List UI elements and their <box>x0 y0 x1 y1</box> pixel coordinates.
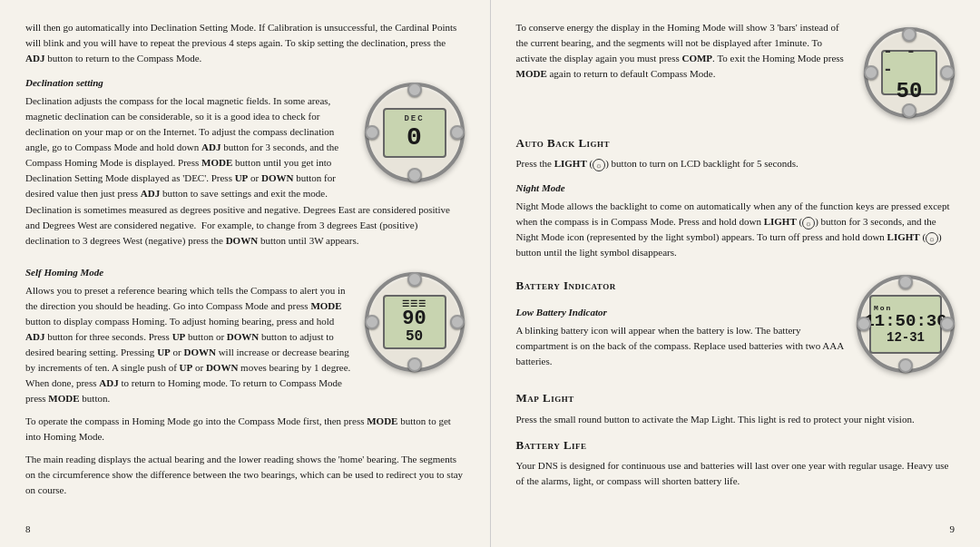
map-light-heading-text: Map Light <box>516 391 574 405</box>
compass-btn-left-c <box>857 317 871 331</box>
conserve-section: To conserve energy the display in the Ho… <box>516 20 956 125</box>
map-light-heading: Map Light <box>516 389 956 407</box>
self-homing-section: ☰☰☰ 90 50 Self Homing Mode Allows you to… <box>25 265 465 414</box>
right-column: To conserve energy the display in the Ho… <box>491 0 981 547</box>
simple-num: 50 <box>897 79 923 103</box>
conserve-text: To conserve energy the display in the Ho… <box>516 20 852 82</box>
compass-screen-dec: DEC 0 <box>383 108 446 158</box>
battery-life-heading: Battery Life <box>516 436 956 454</box>
compass-image-homing: ☰☰☰ 90 50 <box>365 272 465 372</box>
light-icon-inline: ☼ <box>593 159 605 171</box>
battery-indicator-heading-text: Battery Indicator <box>516 278 616 292</box>
clock-time-main: 11:50:30 <box>864 312 946 331</box>
auto-back-light-text: Press the LIGHT (☼) button to turn on LC… <box>516 156 956 171</box>
auto-back-light-heading-text: Auto Back Light <box>516 136 611 150</box>
clock-compass-wrap: Mon 11:50:30 12-31 <box>857 268 955 380</box>
page-number-left: 8 <box>25 523 31 534</box>
compass-btn-right-s <box>940 65 955 80</box>
light-icon-inline2: ☼ <box>802 217 815 230</box>
compass-btn-bottom-h <box>407 357 422 372</box>
compass-btn-bottom-c <box>898 358 913 373</box>
compass-btn-bottom <box>407 168 422 182</box>
simple-compass-wrap: - - - 50 <box>864 20 955 125</box>
main-reading-text: The main reading displays the actual bea… <box>25 452 465 498</box>
compass-image-dec: DEC 0 <box>365 83 465 182</box>
clock-time-sub: 12-31 <box>887 331 925 344</box>
auto-back-light-section: Auto Back Light Press the LIGHT (☼) butt… <box>516 134 956 260</box>
compass-btn-left-h <box>365 315 379 329</box>
homing-compass: ☰☰☰ 90 50 <box>365 265 465 379</box>
compass-btn-top-h <box>407 272 422 287</box>
compass-btn-right <box>450 125 465 140</box>
dec-value: 0 <box>407 123 422 151</box>
compass-image-simple: - - - 50 <box>864 27 955 118</box>
night-mode-text: Night Mode allows the backlight to come … <box>516 199 956 260</box>
compass-image-clock: Mon 11:50:30 12-31 <box>857 275 955 373</box>
compass-btn-right-c <box>940 317 955 331</box>
low-battery-title: Low Battery Indicator <box>516 305 847 320</box>
battery-indicator-heading: Battery Indicator <box>516 277 847 295</box>
compass-btn-top-s <box>902 27 916 42</box>
map-light-text: Press the small round button to activate… <box>516 412 956 427</box>
operate-text: To operate the compass in Homing Mode go… <box>25 414 465 444</box>
intro-paragraph: will then go automatically into Declinat… <box>25 20 465 66</box>
declination-compass: DEC 0 <box>365 75 465 190</box>
battery-life-section: Battery Life Your DNS is designed for co… <box>516 436 956 489</box>
map-light-section: Map Light Press the small round button t… <box>516 389 956 426</box>
compass-btn-top-c <box>898 275 913 289</box>
page-number-right: 9 <box>950 523 956 534</box>
battery-indicator-text: Battery Indicator Low Battery Indicator … <box>516 268 847 380</box>
declination-section: DEC 0 Declination setting Declination ad… <box>25 75 465 256</box>
compass-btn-left <box>365 125 379 140</box>
night-mode-title: Night Mode <box>516 181 956 196</box>
battery-indicator-section: Battery Indicator Low Battery Indicator … <box>516 268 956 380</box>
homing-top-val: 90 <box>402 309 426 329</box>
low-battery-text: A blinking battery icon will appear when… <box>516 323 847 369</box>
conserve-text-block: To conserve energy the display in the Ho… <box>516 20 852 125</box>
page: will then go automatically into Declinat… <box>0 0 980 547</box>
compass-screen-clock: Mon 11:50:30 12-31 <box>869 295 942 354</box>
compass-btn-bottom-s <box>902 103 916 118</box>
battery-life-text: Your DNS is designed for continuous use … <box>516 458 956 489</box>
compass-btn-right-h <box>450 315 465 329</box>
left-column: will then go automatically into Declinat… <box>0 0 491 547</box>
battery-life-heading-text: Battery Life <box>516 438 587 452</box>
compass-btn-top <box>407 83 422 97</box>
compass-screen-simple: - - - 50 <box>881 50 937 95</box>
dec-label: DEC <box>404 114 424 123</box>
homing-bot-val: 50 <box>406 329 423 344</box>
auto-back-light-heading: Auto Back Light <box>516 134 956 152</box>
compass-screen-homing: ☰☰☰ 90 50 <box>383 295 446 349</box>
simple-dashes: - - - <box>883 43 936 79</box>
light-icon-inline3: ☼ <box>926 232 938 245</box>
compass-btn-left-s <box>864 65 878 80</box>
